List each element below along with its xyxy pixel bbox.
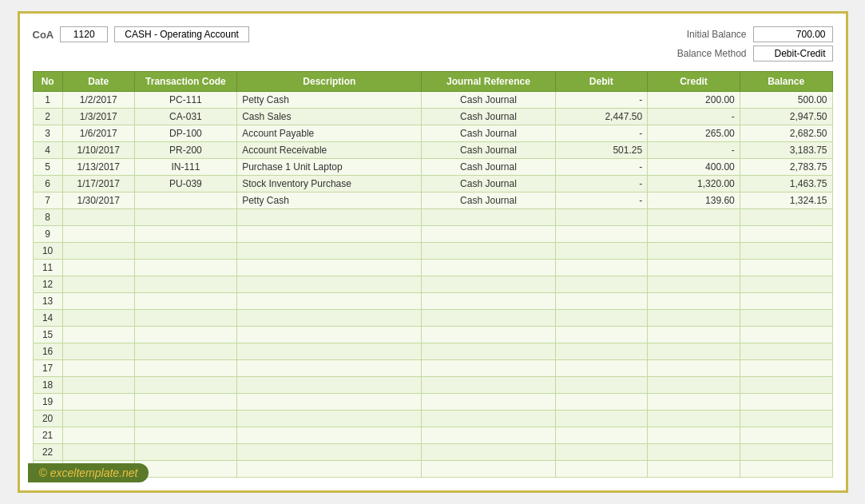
watermark-prefix: ©	[39, 466, 50, 479]
table-cell	[555, 310, 648, 327]
table-cell	[134, 444, 236, 461]
header-section: CoA 1120 CASH - Operating Account Initia…	[33, 26, 833, 62]
table-cell	[740, 310, 832, 327]
table-cell: 2,447.50	[555, 109, 648, 125]
table-cell: 1	[33, 92, 62, 109]
table-cell	[237, 427, 422, 444]
table-cell	[648, 327, 740, 343]
table-cell: Account Payable	[237, 125, 422, 142]
table-cell	[134, 293, 236, 310]
table-row: 19	[33, 394, 832, 411]
table-cell	[648, 243, 740, 260]
table-cell	[237, 394, 422, 411]
table-cell: -	[555, 92, 648, 109]
table-cell	[740, 226, 832, 243]
table-row: 41/10/2017PR-200Account ReceivableCash J…	[33, 142, 832, 159]
table-row: 21	[33, 427, 832, 444]
col-date: Date	[62, 72, 134, 92]
table-cell: 1/17/2017	[62, 176, 134, 192]
table-cell: -	[555, 176, 648, 192]
table-cell	[62, 444, 134, 461]
table-cell	[740, 327, 832, 343]
table-cell	[422, 209, 555, 226]
table-cell	[422, 394, 555, 411]
table-cell	[422, 461, 555, 478]
col-no: No	[33, 72, 62, 92]
table-cell: CA-031	[134, 109, 236, 125]
table-cell: 1/2/2017	[62, 92, 134, 109]
table-cell	[648, 377, 740, 394]
table-row: 13	[33, 293, 832, 310]
table-cell: 1/10/2017	[62, 142, 134, 159]
table-cell: 12	[33, 276, 62, 293]
table-cell: 14	[33, 310, 62, 327]
table-cell: -	[648, 109, 740, 125]
table-cell	[134, 377, 236, 394]
table-cell	[62, 360, 134, 377]
table-cell	[555, 209, 648, 226]
table-cell	[555, 377, 648, 394]
table-row: 8	[33, 209, 832, 226]
balance-method-value: Debit-Credit	[753, 46, 833, 62]
table-cell	[740, 276, 832, 293]
balance-method-row: Balance Method Debit-Credit	[667, 46, 833, 62]
table-cell: 3	[33, 125, 62, 142]
spreadsheet-container: CoA 1120 CASH - Operating Account Initia…	[18, 11, 848, 493]
table-cell	[740, 444, 832, 461]
table-cell: 400.00	[648, 159, 740, 176]
table-row: 16	[33, 343, 832, 360]
table-cell	[134, 327, 236, 343]
table-cell	[134, 209, 236, 226]
table-cell	[740, 260, 832, 276]
table-cell: 200.00	[648, 92, 740, 109]
initial-balance-value: 700.00	[753, 26, 833, 42]
table-cell	[134, 243, 236, 260]
table-cell: 20	[33, 411, 62, 427]
table-cell: 17	[33, 360, 62, 377]
table-cell	[134, 260, 236, 276]
table-cell	[62, 327, 134, 343]
table-cell	[422, 411, 555, 427]
table-cell	[422, 260, 555, 276]
table-cell	[648, 293, 740, 310]
table-cell: Account Receivable	[237, 142, 422, 159]
table-cell	[237, 276, 422, 293]
table-cell: 1/30/2017	[62, 192, 134, 209]
table-cell	[422, 327, 555, 343]
table-cell	[134, 360, 236, 377]
coa-section: CoA 1120 CASH - Operating Account	[33, 26, 249, 42]
table-row: 11	[33, 260, 832, 276]
coa-label: CoA	[33, 29, 54, 41]
table-cell	[555, 394, 648, 411]
table-row: 31/6/2017DP-100Account PayableCash Journ…	[33, 125, 832, 142]
table-cell	[62, 243, 134, 260]
table-cell: 22	[33, 444, 62, 461]
table-cell: 13	[33, 293, 62, 310]
table-row: 10	[33, 243, 832, 260]
table-cell	[237, 209, 422, 226]
table-cell: 9	[33, 226, 62, 243]
table-row: 23	[33, 461, 832, 478]
table-cell	[648, 444, 740, 461]
table-cell	[62, 260, 134, 276]
table-cell	[648, 394, 740, 411]
col-balance: Balance	[740, 72, 832, 92]
table-cell	[422, 276, 555, 293]
table-cell	[62, 276, 134, 293]
table-cell	[422, 243, 555, 260]
table-cell	[237, 226, 422, 243]
table-cell: 2,783.75	[740, 159, 832, 176]
table-cell	[555, 360, 648, 377]
table-cell: Stock Inventory Purchase	[237, 176, 422, 192]
table-row: 14	[33, 310, 832, 327]
table-cell	[555, 343, 648, 360]
table-cell: 2,947.50	[740, 109, 832, 125]
table-cell: 3,183.75	[740, 142, 832, 159]
table-cell	[740, 209, 832, 226]
table-cell	[555, 243, 648, 260]
table-cell	[134, 343, 236, 360]
table-cell: Cash Journal	[422, 142, 555, 159]
table-cell: -	[648, 142, 740, 159]
table-cell	[422, 427, 555, 444]
table-cell	[740, 461, 832, 478]
